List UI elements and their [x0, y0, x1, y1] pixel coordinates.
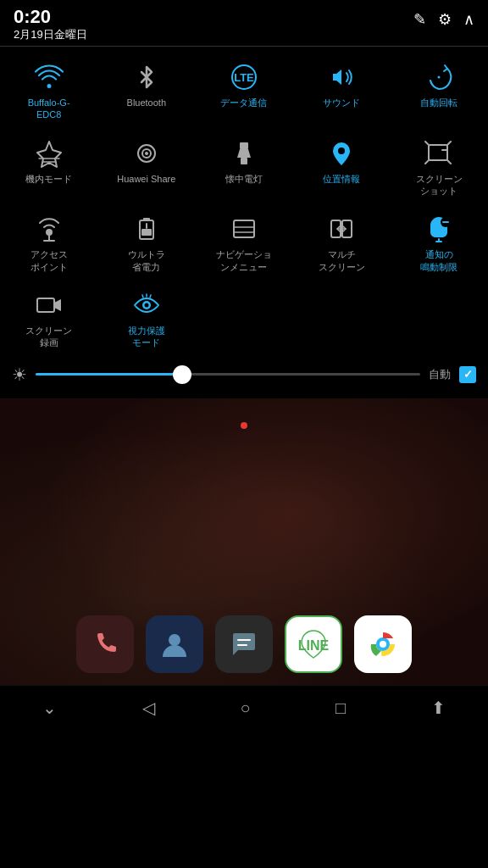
screenrecord-icon	[34, 290, 64, 320]
svg-rect-18	[234, 220, 254, 237]
qs-flashlight-label: 懐中電灯	[225, 173, 263, 185]
svg-point-11	[46, 229, 53, 236]
qs-location-label: 位置情報	[323, 173, 360, 185]
navmenu-icon	[229, 214, 259, 244]
status-bar: 0:20 2月19日金曜日 ✎ ⚙ ∧	[0, 0, 488, 46]
qs-bluetooth[interactable]: Bluetooth	[97, 53, 195, 130]
homescreen: LINE	[0, 398, 488, 685]
qs-ultrasave-label: ウルトラ 省電力	[128, 248, 165, 273]
qs-rotation[interactable]: 自動回転	[391, 53, 488, 130]
qs-bluetooth-label: Bluetooth	[127, 97, 166, 108]
qs-navmenu-label: ナビゲーショ ンメニュー	[216, 248, 272, 273]
brightness-row: ☀ 自動	[0, 358, 488, 392]
qs-screenrecord[interactable]: スクリーン 録画	[0, 281, 97, 358]
dock-app-chrome[interactable]	[354, 615, 412, 673]
multiscreen-icon	[326, 214, 357, 244]
qs-empty-1	[195, 281, 292, 358]
qs-airplane-label: 機内モード	[25, 173, 72, 185]
qs-multiscreen[interactable]: マルチ スクリーン	[293, 205, 391, 281]
dock-app-messages[interactable]	[215, 615, 273, 673]
airplane-icon	[34, 138, 64, 169]
svg-text:LTE: LTE	[234, 71, 254, 84]
qs-navmenu[interactable]: ナビゲーショ ンメニュー	[195, 205, 292, 281]
qs-wifi-label: Buffalo-G- EDC8	[28, 97, 70, 121]
wifi-icon	[34, 62, 64, 92]
status-time: 0:20	[14, 7, 87, 27]
nav-recent-btn[interactable]: □	[320, 692, 361, 725]
qs-multiscreen-label: マルチ スクリーン	[319, 248, 365, 273]
qs-wifi[interactable]: Buffalo-G- EDC8	[0, 53, 97, 130]
dock-app-line[interactable]: LINE	[285, 615, 342, 673]
dnd-icon	[424, 214, 454, 244]
hotspot-icon	[34, 214, 64, 244]
svg-point-31	[169, 634, 180, 646]
brightness-auto-label: 自動	[429, 367, 451, 382]
qs-empty-2	[293, 281, 391, 358]
qs-data[interactable]: LTE データ通信	[195, 53, 292, 130]
svg-point-5	[145, 152, 148, 155]
qs-location[interactable]: 位置情報	[293, 130, 391, 206]
brightness-icon: ☀	[12, 364, 27, 385]
sound-icon	[326, 62, 357, 92]
collapse-icon[interactable]: ∧	[463, 10, 474, 29]
qs-hotspot-label: アクセス ポイント	[30, 248, 68, 273]
brightness-auto-checkbox[interactable]	[459, 366, 476, 383]
status-time-date: 0:20 2月19日金曜日	[14, 7, 87, 42]
qs-dnd-label: 通知の 鳴動制限	[420, 248, 458, 273]
svg-point-38	[380, 641, 386, 648]
qs-eyecomfort[interactable]: 視力保護 モード	[97, 281, 195, 358]
qs-dnd[interactable]: 通知の 鳴動制限	[391, 205, 488, 281]
svg-line-28	[142, 295, 143, 298]
qs-eyecomfort-label: 視力保護 モード	[128, 325, 165, 349]
qs-data-label: データ通信	[220, 97, 267, 108]
svg-point-27	[144, 303, 148, 307]
svg-rect-6	[240, 142, 248, 149]
brightness-slider[interactable]	[36, 366, 420, 383]
svg-rect-7	[241, 158, 247, 164]
app-dock: LINE	[61, 615, 427, 685]
brightness-thumb[interactable]	[173, 365, 191, 384]
qs-grid: Buffalo-G- EDC8 Bluetooth LTE データ通信	[0, 53, 488, 357]
settings-icon[interactable]: ⚙	[438, 10, 452, 29]
bluetooth-icon	[131, 62, 162, 92]
dock-app-phone[interactable]	[76, 615, 134, 673]
flashlight-icon	[229, 138, 259, 169]
qs-flashlight[interactable]: 懐中電灯	[195, 130, 292, 206]
nav-home-btn[interactable]: ○	[225, 692, 265, 725]
screenshot-icon	[424, 138, 454, 169]
brightness-fill	[36, 373, 182, 376]
qs-sound-label: サウンド	[323, 97, 360, 108]
nav-down-btn[interactable]: ⌄	[27, 691, 72, 725]
qs-screenrecord-label: スクリーン 録画	[25, 325, 72, 349]
ultrasave-icon	[131, 214, 162, 244]
dock-app-contacts[interactable]	[146, 615, 203, 673]
svg-point-8	[338, 147, 345, 154]
status-icons: ✎ ⚙ ∧	[413, 7, 474, 29]
status-date: 2月19日金曜日	[14, 27, 87, 42]
nav-share-btn[interactable]: ⬆	[416, 691, 461, 725]
svg-line-30	[150, 295, 151, 298]
svg-rect-16	[141, 229, 152, 236]
qs-hotspot[interactable]: アクセス ポイント	[0, 205, 97, 281]
svg-rect-15	[143, 218, 150, 220]
svg-rect-25	[37, 298, 54, 312]
huaweishare-icon	[131, 138, 162, 169]
qs-rotation-label: 自動回転	[420, 97, 458, 108]
nav-back-btn[interactable]: ◁	[127, 691, 170, 725]
svg-rect-9	[429, 145, 447, 160]
rotation-icon	[424, 62, 454, 92]
location-icon	[326, 138, 357, 169]
qs-ultrasave[interactable]: ウルトラ 省電力	[97, 205, 195, 281]
data-icon: LTE	[229, 62, 259, 92]
qs-airplane[interactable]: 機内モード	[0, 130, 97, 206]
qs-huaweishare[interactable]: Huawei Share	[97, 130, 195, 206]
edit-icon[interactable]: ✎	[413, 10, 426, 29]
nav-bar: ⌄ ◁ ○ □ ⬆	[0, 685, 488, 731]
qs-screenshot[interactable]: スクリーン ショット	[391, 130, 488, 206]
brightness-track	[36, 373, 420, 376]
qs-empty-3	[391, 281, 488, 358]
quick-settings-panel: Buffalo-G- EDC8 Bluetooth LTE データ通信	[0, 47, 488, 398]
qs-sound[interactable]: サウンド	[293, 53, 391, 130]
eyecomfort-icon	[131, 290, 162, 320]
qs-huaweishare-label: Huawei Share	[117, 173, 175, 185]
